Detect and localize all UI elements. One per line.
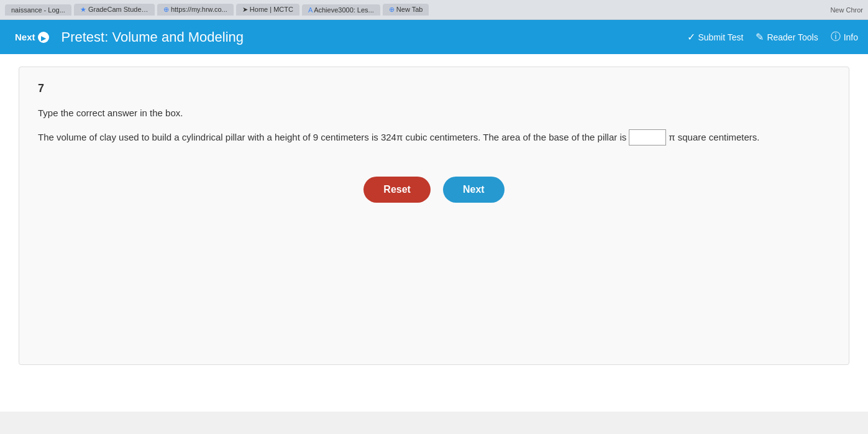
- question-text-part1: The volume of clay used to build a cylin…: [38, 129, 626, 145]
- info-button[interactable]: ⓘ Info: [831, 30, 858, 44]
- tab-home-mctc[interactable]: ➤ Home | MCTC: [236, 4, 299, 16]
- info-label: Info: [844, 32, 858, 42]
- new-chrome-label: New Chror: [830, 6, 863, 14]
- header-next-button[interactable]: Next ▶: [10, 29, 54, 45]
- instruction-text: Type the correct answer in the box.: [38, 108, 830, 118]
- question-text: The volume of clay used to build a cylin…: [38, 129, 830, 145]
- check-icon: ✓: [687, 31, 695, 43]
- main-content: 7 Type the correct answer in the box. Th…: [0, 54, 868, 412]
- tab-strip: naissance - Log... ★ GradeCam Studen... …: [5, 4, 826, 16]
- browser-actions: New Chror: [830, 6, 863, 14]
- button-row: Reset Next: [38, 177, 830, 203]
- header-next-label: Next: [15, 32, 35, 42]
- page-title: Pretest: Volume and Modeling: [62, 29, 680, 45]
- submit-test-button[interactable]: ✓ Submit Test: [687, 31, 744, 43]
- next-button[interactable]: Next: [443, 177, 505, 203]
- reader-tools-label: Reader Tools: [767, 32, 818, 42]
- answer-input[interactable]: [629, 129, 666, 145]
- header-actions: ✓ Submit Test ✎ Reader Tools ⓘ Info: [687, 30, 859, 44]
- tab-naissance[interactable]: naissance - Log...: [5, 4, 71, 16]
- question-number: 7: [38, 82, 830, 95]
- tab-gradecam[interactable]: ★ GradeCam Studen...: [74, 4, 155, 16]
- tab-hrw[interactable]: ⊕ https://my.hrw.co...: [157, 4, 234, 16]
- tab-new-tab[interactable]: ⊕ New Tab: [383, 4, 429, 16]
- reader-tools-icon: ✎: [756, 31, 764, 43]
- app-header: Next ▶ Pretest: Volume and Modeling ✓ Su…: [0, 20, 868, 54]
- info-icon: ⓘ: [831, 30, 841, 44]
- question-text-part2: π square centimeters.: [669, 129, 759, 145]
- submit-test-label: Submit Test: [698, 32, 744, 42]
- reader-tools-button[interactable]: ✎ Reader Tools: [756, 31, 818, 43]
- tab-achieve3000[interactable]: A Achieve3000: Les...: [302, 4, 380, 16]
- content-panel: 7 Type the correct answer in the box. Th…: [19, 67, 849, 365]
- browser-chrome: naissance - Log... ★ GradeCam Studen... …: [0, 0, 868, 20]
- reset-button[interactable]: Reset: [363, 177, 431, 203]
